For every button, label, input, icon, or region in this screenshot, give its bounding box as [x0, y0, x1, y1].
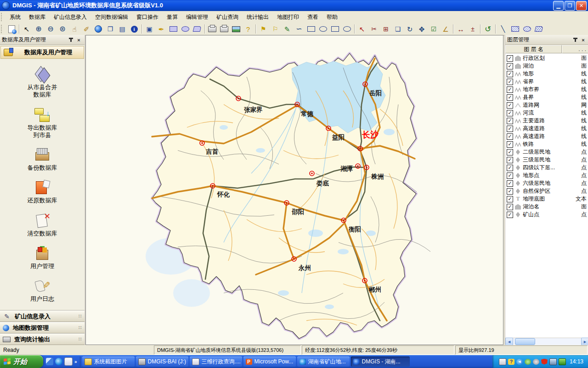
toolbar-button-rect-outline[interactable] — [305, 23, 317, 34]
display-icon[interactable] — [549, 358, 557, 365]
sidebar-action-5[interactable]: 用户管理 — [8, 245, 77, 270]
toolbar-button-info[interactable]: i — [128, 23, 140, 34]
toolbar-button-point-flag[interactable]: ⚑ — [257, 23, 269, 34]
sidebar-section-2[interactable]: 查询统计输出 — [0, 334, 85, 345]
toolbar-button-draw-segment[interactable]: ╲ — [497, 23, 509, 34]
toolbar-button-ellipse-outline[interactable] — [317, 23, 329, 34]
menu-item-0[interactable]: 系统 — [6, 12, 25, 23]
toolbar-button-zoom-in[interactable]: ⊕ — [33, 23, 45, 34]
toolbar-button-hatch-ellipse[interactable] — [521, 23, 533, 34]
menu-item-3[interactable]: 空间数据编辑 — [91, 12, 132, 23]
layer-checkbox[interactable]: ✓ — [507, 86, 513, 93]
layer-checkbox[interactable]: ✓ — [507, 63, 513, 69]
layer-row[interactable]: ✓县界线 — [505, 93, 588, 101]
layer-checkbox[interactable]: ✓ — [507, 102, 513, 109]
scroll-right-icon[interactable]: ► — [581, 338, 588, 345]
sidebar-action-3[interactable]: 还原数据库 — [8, 179, 77, 204]
pin-icon[interactable] — [67, 36, 75, 44]
pin-icon[interactable] — [571, 36, 579, 44]
taskbar-task-2[interactable]: 三维行政查询.... — [190, 356, 242, 367]
menu-item-9[interactable]: 地图打印 — [273, 12, 303, 23]
minimize-button[interactable]: ▁ — [553, 1, 564, 11]
layer-checkbox[interactable]: ✓ — [507, 118, 513, 124]
toolbar-button-dim-vertical[interactable]: ± — [467, 23, 479, 34]
layer-row[interactable]: ✓地市界线 — [505, 86, 588, 93]
start-button[interactable]: 开始 — [0, 355, 43, 368]
toolbar-button-form-view[interactable]: ▤ — [116, 23, 128, 34]
menu-item-10[interactable]: 查看 — [303, 12, 322, 23]
layer-row[interactable]: ✓三级居民地点 — [505, 156, 588, 164]
layer-checkbox[interactable]: ✓ — [507, 55, 513, 62]
sidebar-section-1[interactable]: 地图数据管理 — [0, 322, 85, 334]
layer-row[interactable]: ✓二级居民地点 — [505, 148, 588, 156]
layer-more-column-header[interactable]: . . . — [562, 45, 588, 53]
menu-item-6[interactable]: 编辑管理 — [182, 12, 212, 23]
layer-checkbox[interactable]: ✓ — [507, 172, 513, 179]
toolbar-button-print-preview[interactable]: ▣ — [143, 23, 155, 34]
toolbar-button-fill-ellipse[interactable] — [179, 23, 191, 34]
toolbar-button-print[interactable] — [206, 23, 218, 34]
menu-item-4[interactable]: 窗口操作 — [132, 12, 163, 23]
volume-icon[interactable] — [533, 359, 539, 365]
layer-checkbox[interactable]: ✓ — [507, 157, 513, 163]
layer-row[interactable]: ✓自然保护区点 — [505, 187, 588, 195]
toolbar-button-export-image[interactable] — [230, 23, 242, 34]
toolbar-button-print-setup[interactable] — [218, 23, 230, 34]
close-icon[interactable]: × — [75, 36, 83, 44]
layer-checkbox[interactable]: ✓ — [507, 165, 513, 171]
sidebar-action-1[interactable]: 导出数据库 到市县 — [8, 107, 77, 139]
layer-checkbox[interactable]: ✓ — [507, 133, 513, 140]
toolbar-button-dim-horizontal[interactable]: ↔ — [455, 23, 467, 34]
layer-row[interactable]: ✓省界线 — [505, 78, 588, 86]
menu-item-5[interactable]: 量算 — [163, 12, 182, 23]
toolbar-button-redraw[interactable]: ✐ — [80, 23, 92, 34]
sidebar-action-4[interactable]: 清空数据库 — [8, 213, 77, 237]
toolbar-button-measure-length[interactable]: ∠ — [440, 23, 452, 34]
layer-row[interactable]: ✓四级以下居...点 — [505, 164, 588, 172]
layer-row[interactable]: ✓地形点点 — [505, 172, 588, 179]
layer-checkbox[interactable]: ✓ — [507, 110, 513, 116]
taskbar-task-3[interactable]: PMicrosoft Pow... — [243, 356, 296, 367]
toolbar-button-point-edit[interactable]: ⚐ — [269, 23, 281, 34]
layer-row[interactable]: ✓高速道路线 — [505, 132, 588, 140]
toolbar-button-doc-check[interactable]: ☑ — [428, 23, 440, 34]
security-shield-icon[interactable] — [541, 359, 548, 365]
menu-item-7[interactable]: 矿山查询 — [212, 12, 243, 23]
title-bar[interactable]: DMGIS - 湖南省矿山地质环境数据库信息系统省级版V1.0 ▁ ❐ ✕ — [0, 0, 588, 11]
layer-checkbox[interactable]: ✓ — [507, 212, 513, 218]
map-canvas[interactable]: 张家界常德岳阳吉首益阳长沙湘潭株洲娄底怀化邵阳衡阳永州郴州 — [85, 35, 503, 345]
network-icon[interactable] — [559, 358, 566, 365]
toolbar-button-hatch-polygon[interactable] — [533, 23, 545, 34]
layer-row[interactable]: ✓矿山点点 — [505, 211, 588, 218]
close-button[interactable]: ✕ — [576, 1, 587, 11]
toolbar-button-rotate[interactable]: ↻ — [404, 23, 416, 34]
show-desktop-icon[interactable] — [46, 358, 53, 365]
layer-checkbox[interactable]: ✓ — [507, 149, 513, 155]
layer-row[interactable]: ✓六级居民地点 — [505, 179, 588, 187]
menu-item-2[interactable]: 矿山信息录入 — [50, 12, 91, 23]
layer-row[interactable]: ✓行政区划面 — [505, 54, 588, 62]
toolbar-button-globe-view[interactable] — [92, 23, 104, 34]
layer-row[interactable]: ✓主要道路线 — [505, 117, 588, 125]
scrollbar-thumb[interactable] — [515, 338, 535, 345]
toolbar-button-help[interactable]: ? — [242, 23, 254, 34]
help-icon[interactable]: ? — [508, 359, 514, 365]
sidebar-action-0[interactable]: 从市县合并 数据库 — [8, 66, 77, 99]
toolbar-button-fill-polygon[interactable] — [191, 23, 203, 34]
layer-row[interactable]: ✓T地理底图文本 — [505, 195, 588, 203]
toolbar-button-draw-freehand[interactable]: ∽ — [293, 23, 305, 34]
toolbar-button-draw-line[interactable]: ✎ — [281, 23, 293, 34]
taskbar-task-4[interactable]: 湖南省矿山地... — [297, 356, 350, 367]
layer-checkbox[interactable]: ✓ — [507, 94, 513, 101]
keyboard-icon[interactable] — [499, 358, 506, 365]
scroll-left-icon[interactable]: ◄ — [505, 338, 513, 345]
clock[interactable]: 14:13 — [570, 358, 583, 365]
taskbar-task-0[interactable]: 系统截图图片 — [82, 356, 135, 367]
ie-icon[interactable] — [55, 358, 62, 365]
toolbar-button-copy[interactable]: ❏ — [392, 23, 404, 34]
toolbar-button-cut[interactable]: ✂ — [368, 23, 380, 34]
layer-checkbox[interactable]: ✓ — [507, 196, 513, 202]
toolbar-button-zoom-out[interactable]: ⊖ — [45, 23, 57, 34]
layer-row[interactable]: ✓铁路线 — [505, 140, 588, 148]
layer-name-column-header[interactable]: 图 层 名 — [505, 45, 562, 53]
